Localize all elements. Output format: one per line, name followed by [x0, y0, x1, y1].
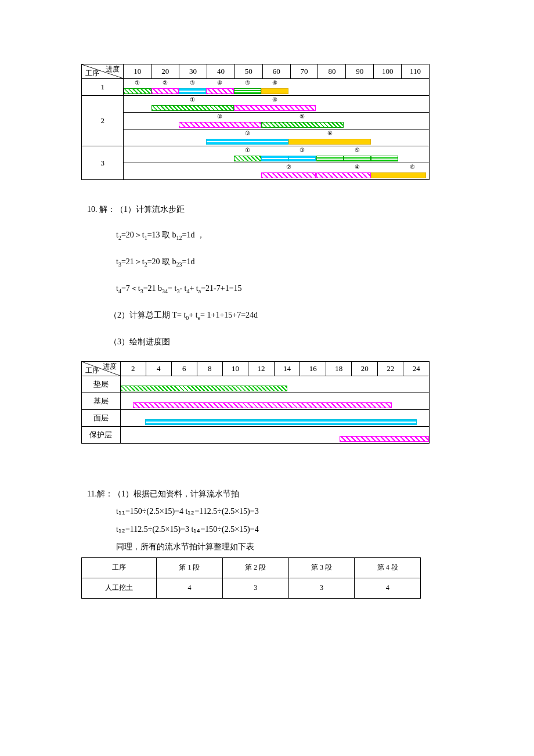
diag-header: 进度 工序: [82, 64, 124, 79]
sec10-title: 10. 解：（1）计算流水步距: [87, 203, 453, 216]
sec11-title: 11.解：（1）根据已知资料，计算流水节拍: [87, 488, 453, 501]
row-label: 面层: [82, 409, 121, 426]
bt-cell: 4: [157, 578, 223, 598]
sec10-line: t3=21＞t2=20 取 b23=1d: [116, 255, 453, 269]
col-head: 12: [248, 361, 275, 376]
col-head: 14: [274, 361, 300, 376]
row-label: 3: [82, 146, 124, 180]
bt-cell: 人工挖土: [82, 578, 157, 598]
bt-head: 第 3 段: [288, 557, 355, 578]
gantt-chart-1: 进度 工序 10 20 30 40 50 60 70 80 90 100 110…: [81, 64, 430, 180]
bar-row: [120, 426, 429, 443]
bar-row: ① ③ ⑤: [124, 146, 430, 163]
bar-row: [120, 393, 429, 409]
col-head: 18: [326, 361, 352, 376]
row-label: 垫层: [82, 376, 121, 393]
sec10-line: （2）计算总工期 T= t0+ te= 1+1+15+7=24d: [109, 309, 453, 323]
col-head: 24: [403, 361, 430, 376]
col-head: 10: [124, 64, 151, 79]
header-bot: 工序: [85, 69, 99, 78]
bt-cell: 3: [222, 578, 288, 598]
row-label: 1: [82, 79, 124, 96]
col-head: 4: [146, 361, 171, 376]
col-head: 6: [171, 361, 197, 376]
bt-cell: 4: [355, 578, 421, 598]
bottom-table: 工序 第 1 段 第 2 段 第 3 段 第 4 段 人工挖土 4 3 3 4: [81, 557, 421, 599]
bt-head: 第 4 段: [355, 557, 421, 578]
col-head: 8: [197, 361, 222, 376]
bt-head: 第 1 段: [157, 557, 223, 578]
col-head: 10: [222, 361, 248, 376]
col-head: 22: [377, 361, 403, 376]
col-head: 100: [374, 64, 402, 79]
bar-row: ① ② ③ ④ ⑤ ⑥: [124, 79, 430, 96]
col-head: 30: [179, 64, 207, 79]
bar-row: ② ④ ⑥: [124, 163, 430, 180]
col-head: 40: [207, 64, 234, 79]
col-head: 16: [300, 361, 326, 376]
bt-head: 第 2 段: [222, 557, 288, 578]
gantt-chart-2: 进度 工序 2 4 6 8 10 12 14 16 18 20 22 24 垫层…: [81, 361, 430, 444]
col-head: 20: [151, 64, 179, 79]
col-head: 80: [318, 64, 346, 79]
bar-row: [120, 409, 429, 426]
col-head: 60: [262, 64, 290, 79]
sec10-line: t2=20＞t1=13 取 b12=1d ，: [116, 229, 453, 243]
row-label: 保护层: [82, 426, 121, 443]
sec10-line: t4=7＜t3=21 b34= t3- t4+ ta=21-7+1=15: [116, 282, 453, 296]
col-head: 20: [352, 361, 378, 376]
col-head: 2: [120, 361, 146, 376]
bar-row: ③ ⑥: [124, 129, 430, 146]
row-label: 基层: [82, 393, 121, 409]
col-head: 50: [234, 64, 262, 79]
sec10-line: （3）绘制进度图: [109, 336, 453, 348]
col-head: 110: [402, 64, 430, 79]
col-head: 90: [346, 64, 374, 79]
bar-row: [120, 376, 429, 393]
col-head: 70: [290, 64, 318, 79]
bar-row: ② ⑤: [124, 113, 430, 129]
diag-header: 进度 工序: [82, 361, 121, 376]
sec11-line: t₁₂=112.5÷(2.5×15)=3 t₁₄=150÷(2.5×15)=4: [116, 523, 453, 536]
header-bot: 工序: [85, 366, 99, 376]
bt-cell: 3: [288, 578, 355, 598]
header-top: 进度: [106, 64, 120, 74]
header-top: 进度: [103, 362, 117, 372]
row-label: 2: [82, 96, 124, 146]
bar-row: ① ④: [124, 96, 430, 113]
sec11-line: t₁₁=150÷(2.5×15)=4 t₁₂=112.5÷(2.5×15)=3: [116, 505, 453, 518]
bt-head: 工序: [82, 557, 157, 578]
sec11-line: 同理，所有的流水节拍计算整理如下表: [116, 541, 453, 553]
